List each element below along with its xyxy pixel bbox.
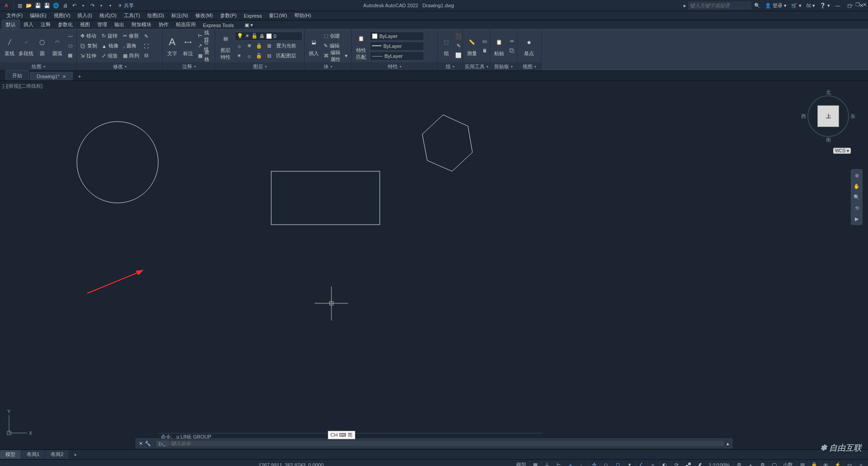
close-tab-icon[interactable]: ✕ [62,74,66,79]
menu-window[interactable]: 窗口(W) [266,12,290,19]
panel-title-layer[interactable]: 图层 [215,62,304,71]
status-clean-icon[interactable]: ▭ [844,461,854,466]
layout-tab-layout1[interactable]: 布局1 [21,450,45,459]
status-dynamic-icon[interactable]: + [565,461,576,466]
status-snapmode-icon[interactable]: ┼ [542,461,552,466]
menu-modify[interactable]: 修改(M) [193,12,216,19]
saveas-icon[interactable]: 💾 [43,1,51,9]
paste-button[interactable]: 📋粘贴 [492,32,506,61]
menu-view[interactable]: 视图(V) [51,12,73,19]
status-ortho-icon[interactable]: ∟ [577,461,588,466]
ime-indicator[interactable]: CH ⌨ 简 [328,431,355,439]
group-bbox-icon[interactable]: ⬜ [454,51,463,60]
redo-dropdown[interactable] [97,4,105,8]
help-icon[interactable]: ❔ ▾ [820,3,830,9]
doc-minimize[interactable]: — [845,2,852,8]
panel-title-block[interactable]: 块 [305,62,351,71]
ungroup-icon[interactable]: ⬛ [454,32,463,41]
nav-fullnav-icon[interactable]: ⊗ [853,171,861,179]
panel-title-clipboard[interactable]: 剪贴板 [490,62,517,71]
rotate-button[interactable]: ↻ 旋转 [100,32,120,41]
menu-parametric[interactable]: 参数(P) [217,12,240,19]
app-logo[interactable]: A [2,1,11,9]
autodesk-icon[interactable]: 🙵 ▾ [806,3,815,9]
save-icon[interactable]: 💾 [34,1,42,9]
status-units[interactable]: 小数 [780,461,796,466]
status-annomon-icon[interactable]: 🙾 [683,461,693,466]
erase-icon[interactable]: ✎ [142,32,151,41]
spline-icon[interactable]: 〰 [66,32,75,41]
open-icon[interactable]: 📂 [25,1,33,9]
layout-tab-add[interactable]: + [69,451,81,458]
doctab-drawing1[interactable]: Drawing1*✕ [30,72,73,80]
menu-dimension[interactable]: 标注(N) [169,12,191,19]
layer-on-icon[interactable]: ☀ [235,52,244,61]
command-input[interactable] [168,441,724,446]
viewcube-south[interactable]: 南 [826,137,831,143]
ribbon-tab-featured[interactable]: 精选应用 [172,20,199,29]
openweb-icon[interactable]: 🌐 [52,1,60,9]
viewport-label[interactable]: [-][俯视][二维线框] [3,83,42,89]
status-gear-icon[interactable]: ⚙ [733,461,744,466]
status-3dosnap-icon[interactable]: ✦ [624,461,635,466]
signin-button[interactable]: 👤 登录 ▾ [765,2,787,9]
polyline-button[interactable]: ⟋多段线 [19,32,34,61]
ribbon-tab-view[interactable]: 视图 [76,20,94,29]
status-hwacc-icon[interactable]: ⚡ [832,461,843,466]
panel-title-util[interactable]: 实用工具 [463,62,490,71]
menu-tools[interactable]: 工具(T) [121,12,143,19]
viewcube-north[interactable]: 北 [826,89,831,96]
new-icon[interactable]: ▥ [16,1,24,9]
menu-express[interactable]: Express [241,13,264,19]
arc-button[interactable]: ◠圆弧 [50,32,65,61]
status-grid-icon[interactable]: ▦ [530,461,541,466]
status-coords[interactable]: 1267.9911, 262.8743, 0.0000 [259,462,324,466]
layer-iso-icon[interactable]: ⊞ [264,42,274,51]
doc-close[interactable]: ✕ [860,2,866,8]
ribbon-tab-collab[interactable]: 协作 [155,20,172,29]
trim-button[interactable]: ✂ 修剪 [121,32,141,41]
status-model-button[interactable]: 模型 [514,461,529,466]
search-icon[interactable]: 🔍 [754,3,760,9]
status-lwt-icon[interactable]: ≡ [647,461,658,466]
doc-restore[interactable]: ❐ [853,2,859,8]
plot-icon[interactable]: 🖨 [61,1,69,9]
status-annoscale-icon[interactable]: 🙼 [694,461,705,466]
status-cycling-icon[interactable]: ⟳ [671,461,682,466]
layer-props-button[interactable]: ▤图层 特性 [217,32,234,61]
minimize-button[interactable]: — [833,3,843,9]
nav-zoom-icon[interactable]: 🔍 [853,193,861,201]
text-button[interactable]: A文字 [165,32,180,61]
status-quickprops-icon[interactable]: ▤ [797,461,807,466]
ribbon-tab-output[interactable]: 输出 [111,20,128,29]
viewcube-west[interactable]: 西 [801,113,806,120]
basepoint-button[interactable]: ◆基点 [519,32,539,61]
menu-format[interactable]: 格式(O) [97,12,119,19]
status-osnap-icon[interactable]: ◻ [612,461,623,466]
copy-button[interactable]: ⿻ 复制 [79,42,99,51]
calc-icon[interactable]: 🖩 [480,46,489,55]
group-button[interactable]: ⬚组 [439,32,453,61]
panel-title-draw[interactable]: 绘图 [0,62,76,71]
edit-attr-button[interactable]: ⌘ 编辑属性 ▾ [322,52,349,61]
fillet-button[interactable]: ◞ 圆角 [121,42,141,51]
menu-file[interactable]: 文件(F) [4,12,25,19]
match-layer-button[interactable]: 匹配图层 [274,52,298,61]
ribbon-tab-default[interactable]: 默认 [2,20,20,29]
layer-thaw-icon[interactable]: ☼ [245,52,254,61]
panel-title-view[interactable]: 视图 [517,62,541,71]
qat-dropdown[interactable] [106,4,114,8]
color-combo[interactable]: ByLayer [370,32,424,41]
ribbon-tab-express[interactable]: Express Tools [199,22,237,29]
lineweight-combo[interactable]: ━━━ByLayer [370,42,424,51]
viewcube-east[interactable]: 东 [850,113,855,120]
undo-icon[interactable]: ↶ [70,1,78,9]
layout-tab-model[interactable]: 模型 [0,450,21,459]
search-input[interactable] [690,3,744,8]
measure-button[interactable]: 📏测量 [465,32,479,61]
set-current-button[interactable]: 置为当前 [274,42,298,51]
wcs-label[interactable]: WCS ▾ [833,148,851,154]
status-isolate-icon[interactable]: 👁 [820,461,831,466]
status-scale[interactable]: 1:1/100% [706,462,732,466]
mirror-button[interactable]: ▲ 镜像 [100,42,120,51]
